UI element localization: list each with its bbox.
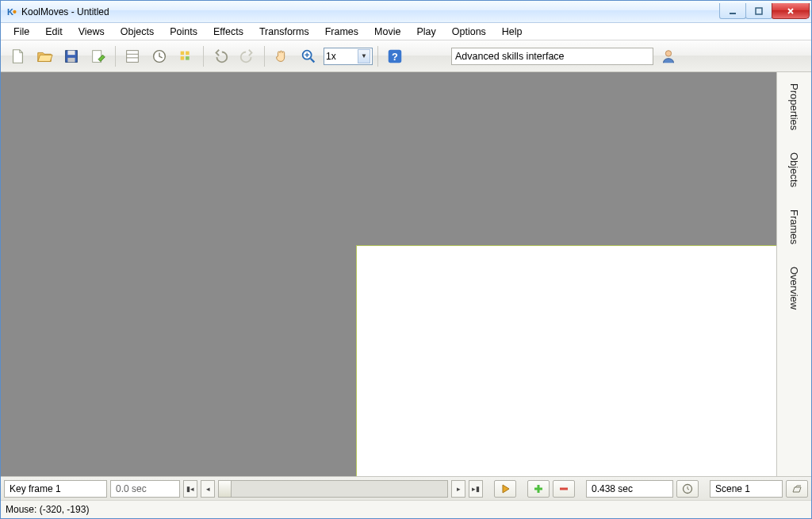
slider-thumb[interactable]: [219, 481, 232, 497]
svg-rect-22: [534, 487, 542, 490]
menu-effects[interactable]: Effects: [205, 25, 251, 39]
skills-level-field[interactable]: Advanced skills interface: [451, 48, 653, 65]
stage[interactable]: [356, 245, 776, 476]
export-button[interactable]: [86, 44, 110, 68]
redo-button[interactable]: [236, 44, 259, 68]
time-field[interactable]: 0.0 sec: [110, 480, 180, 498]
skills-level-text: Advanced skills interface: [455, 51, 565, 62]
menu-frames[interactable]: Frames: [317, 25, 366, 39]
chevron-down-icon: ▼: [358, 49, 370, 63]
menu-points[interactable]: Points: [162, 25, 205, 39]
keyframe-field[interactable]: Key frame 1: [4, 480, 107, 498]
menu-help[interactable]: Help: [494, 25, 530, 39]
toolbar-separator: [115, 46, 116, 67]
scene-label: Scene 1: [715, 483, 750, 494]
maximize-button[interactable]: [745, 3, 772, 19]
undo-button[interactable]: [209, 44, 232, 68]
history-button[interactable]: [147, 44, 171, 68]
window-title: KoolMoves - Untitled: [21, 6, 109, 17]
svg-point-20: [665, 50, 671, 56]
duration-label: 0.438 sec: [592, 483, 633, 494]
timeline-bar: Key frame 1 0.0 sec ▮◂ ◂ ▸ ▸▮ 0.438 sec: [1, 476, 811, 500]
help-button[interactable]: ?: [383, 44, 407, 68]
close-button[interactable]: [772, 3, 810, 19]
zoom-tool-button[interactable]: [297, 44, 320, 68]
scene-field[interactable]: Scene 1: [710, 480, 783, 498]
duration-field[interactable]: 0.438 sec: [586, 480, 673, 498]
time-label: 0.0 sec: [116, 483, 147, 494]
titlebar: K• KoolMoves - Untitled: [1, 1, 811, 23]
side-panel-tabs: Properties Objects Frames Overview: [776, 72, 811, 476]
tab-properties[interactable]: Properties: [777, 72, 811, 141]
toolbar-separator: [377, 46, 378, 67]
save-button[interactable]: [59, 44, 83, 68]
menu-objects[interactable]: Objects: [113, 25, 162, 39]
menu-transforms[interactable]: Transforms: [251, 25, 317, 39]
new-file-button[interactable]: [6, 44, 29, 68]
library-button[interactable]: [121, 44, 144, 68]
minimize-button[interactable]: [719, 3, 746, 19]
svg-rect-1: [756, 8, 762, 14]
window-controls: [720, 3, 810, 19]
tab-overview[interactable]: Overview: [777, 256, 811, 321]
hand-tool-button[interactable]: [270, 44, 293, 68]
zoom-value: 1x: [326, 51, 336, 62]
menu-play[interactable]: Play: [408, 25, 443, 39]
frames-button[interactable]: [174, 44, 198, 68]
open-file-button[interactable]: [33, 44, 56, 68]
toolbar-separator: [203, 46, 204, 67]
keyframe-label: Key frame 1: [10, 483, 61, 494]
svg-rect-4: [67, 57, 75, 62]
menu-movie[interactable]: Movie: [366, 25, 408, 39]
svg-rect-23: [560, 487, 568, 490]
next-frame-button[interactable]: ▸: [451, 480, 465, 498]
menu-file[interactable]: File: [6, 25, 37, 39]
play-button[interactable]: [494, 480, 516, 498]
frame-slider[interactable]: [218, 480, 448, 498]
tab-frames[interactable]: Frames: [777, 198, 811, 256]
add-frame-button[interactable]: [527, 480, 550, 498]
zoom-select[interactable]: 1x ▼: [324, 48, 373, 65]
scene-manager-button[interactable]: [786, 480, 808, 498]
last-frame-button[interactable]: ▸▮: [469, 480, 483, 498]
menu-views[interactable]: Views: [71, 25, 113, 39]
statusbar: Mouse: (-320, -193): [1, 500, 811, 518]
svg-rect-0: [730, 13, 736, 14]
tab-objects[interactable]: Objects: [777, 141, 811, 198]
svg-rect-10: [181, 51, 185, 55]
svg-rect-6: [127, 50, 139, 62]
menubar: File Edit Views Objects Points Effects T…: [1, 23, 811, 40]
main-region: Properties Objects Frames Overview: [1, 72, 811, 476]
remove-frame-button[interactable]: [553, 480, 575, 498]
first-frame-button[interactable]: ▮◂: [183, 480, 197, 498]
svg-rect-3: [67, 50, 75, 54]
menu-edit[interactable]: Edit: [37, 25, 71, 39]
app-window: K• KoolMoves - Untitled File Edit Views …: [0, 0, 812, 519]
menu-options[interactable]: Options: [444, 25, 494, 39]
svg-rect-12: [181, 56, 185, 60]
mouse-position: Mouse: (-320, -193): [6, 504, 89, 515]
duration-settings-button[interactable]: [676, 480, 699, 498]
app-icon: K•: [6, 6, 18, 18]
prev-frame-button[interactable]: ◂: [201, 480, 215, 498]
toolbar-separator: [264, 46, 265, 67]
svg-text:?: ?: [392, 50, 398, 62]
svg-rect-11: [186, 51, 190, 55]
svg-line-15: [311, 58, 315, 62]
svg-rect-13: [186, 56, 190, 60]
canvas-area[interactable]: [1, 72, 776, 476]
user-button[interactable]: [657, 44, 680, 68]
toolbar: 1x ▼ ? Advanced skills interface: [1, 40, 811, 72]
